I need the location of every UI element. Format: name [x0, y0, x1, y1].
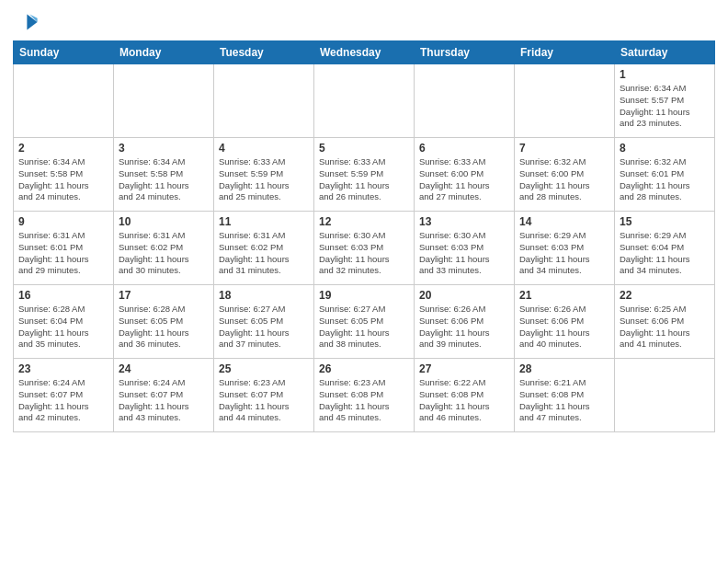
logo	[13, 9, 42, 35]
day-info: Sunrise: 6:24 AM Sunset: 6:07 PM Dayligh…	[18, 377, 108, 424]
calendar-cell	[214, 64, 314, 138]
calendar-table: SundayMondayTuesdayWednesdayThursdayFrid…	[13, 40, 715, 432]
calendar-cell	[515, 64, 615, 138]
calendar-cell: 11Sunrise: 6:31 AM Sunset: 6:02 PM Dayli…	[214, 212, 314, 285]
calendar-cell: 24Sunrise: 6:24 AM Sunset: 6:07 PM Dayli…	[114, 359, 214, 432]
calendar-cell: 19Sunrise: 6:27 AM Sunset: 6:05 PM Dayli…	[314, 285, 415, 359]
day-number: 5	[319, 142, 409, 155]
day-number: 11	[219, 215, 309, 228]
day-info: Sunrise: 6:25 AM Sunset: 6:06 PM Dayligh…	[620, 304, 710, 350]
calendar-cell: 2Sunrise: 6:34 AM Sunset: 5:58 PM Daylig…	[14, 138, 114, 212]
calendar-cell: 13Sunrise: 6:30 AM Sunset: 6:03 PM Dayli…	[415, 212, 515, 285]
day-info: Sunrise: 6:34 AM Sunset: 5:58 PM Dayligh…	[18, 156, 108, 203]
calendar-week-2: 2Sunrise: 6:34 AM Sunset: 5:58 PM Daylig…	[14, 138, 715, 212]
weekday-thursday: Thursday	[415, 41, 515, 64]
day-info: Sunrise: 6:33 AM Sunset: 5:59 PM Dayligh…	[319, 156, 409, 203]
weekday-tuesday: Tuesday	[214, 41, 314, 64]
calendar-cell: 14Sunrise: 6:29 AM Sunset: 6:03 PM Dayli…	[515, 212, 615, 285]
day-info: Sunrise: 6:22 AM Sunset: 6:08 PM Dayligh…	[419, 377, 509, 424]
weekday-sunday: Sunday	[14, 41, 114, 64]
day-number: 10	[119, 215, 209, 228]
day-number: 21	[519, 289, 609, 302]
header	[13, 9, 715, 35]
calendar-cell	[615, 359, 715, 432]
day-info: Sunrise: 6:29 AM Sunset: 6:03 PM Dayligh…	[519, 230, 609, 277]
day-info: Sunrise: 6:32 AM Sunset: 6:01 PM Dayligh…	[620, 156, 710, 203]
calendar-cell: 28Sunrise: 6:21 AM Sunset: 6:08 PM Dayli…	[515, 359, 615, 432]
calendar-cell: 6Sunrise: 6:33 AM Sunset: 6:00 PM Daylig…	[415, 138, 515, 212]
day-number: 3	[119, 142, 209, 155]
calendar-cell: 4Sunrise: 6:33 AM Sunset: 5:59 PM Daylig…	[214, 138, 314, 212]
day-number: 8	[620, 142, 710, 155]
day-number: 27	[419, 362, 509, 375]
day-number: 18	[219, 289, 309, 302]
day-info: Sunrise: 6:24 AM Sunset: 6:07 PM Dayligh…	[119, 377, 209, 424]
day-number: 4	[219, 142, 309, 155]
day-info: Sunrise: 6:27 AM Sunset: 6:05 PM Dayligh…	[219, 304, 309, 350]
day-info: Sunrise: 6:31 AM Sunset: 6:01 PM Dayligh…	[18, 230, 108, 277]
day-number: 19	[319, 289, 409, 302]
day-number: 6	[419, 142, 509, 155]
day-number: 9	[18, 215, 108, 228]
day-number: 1	[620, 68, 710, 81]
day-number: 2	[18, 142, 108, 155]
calendar-cell: 26Sunrise: 6:23 AM Sunset: 6:08 PM Dayli…	[314, 359, 415, 432]
calendar-cell	[114, 64, 214, 138]
day-number: 14	[519, 215, 609, 228]
day-number: 12	[319, 215, 409, 228]
day-number: 26	[319, 362, 409, 375]
day-info: Sunrise: 6:27 AM Sunset: 6:05 PM Dayligh…	[319, 304, 409, 350]
day-number: 15	[620, 215, 710, 228]
calendar-cell: 21Sunrise: 6:26 AM Sunset: 6:06 PM Dayli…	[515, 285, 615, 359]
calendar-cell	[415, 64, 515, 138]
calendar-cell: 17Sunrise: 6:28 AM Sunset: 6:05 PM Dayli…	[114, 285, 214, 359]
day-info: Sunrise: 6:21 AM Sunset: 6:08 PM Dayligh…	[519, 377, 609, 424]
calendar-cell: 9Sunrise: 6:31 AM Sunset: 6:01 PM Daylig…	[14, 212, 114, 285]
calendar-cell: 23Sunrise: 6:24 AM Sunset: 6:07 PM Dayli…	[14, 359, 114, 432]
day-info: Sunrise: 6:31 AM Sunset: 6:02 PM Dayligh…	[219, 230, 309, 277]
calendar-week-3: 9Sunrise: 6:31 AM Sunset: 6:01 PM Daylig…	[14, 212, 715, 285]
day-info: Sunrise: 6:34 AM Sunset: 5:58 PM Dayligh…	[119, 156, 209, 203]
day-info: Sunrise: 6:23 AM Sunset: 6:07 PM Dayligh…	[219, 377, 309, 424]
day-info: Sunrise: 6:26 AM Sunset: 6:06 PM Dayligh…	[419, 304, 509, 350]
logo-icon	[13, 9, 39, 35]
day-info: Sunrise: 6:34 AM Sunset: 5:57 PM Dayligh…	[620, 83, 710, 130]
day-info: Sunrise: 6:32 AM Sunset: 6:00 PM Dayligh…	[519, 156, 609, 203]
page: SundayMondayTuesdayWednesdayThursdayFrid…	[0, 0, 728, 563]
weekday-monday: Monday	[114, 41, 214, 64]
day-info: Sunrise: 6:28 AM Sunset: 6:05 PM Dayligh…	[119, 304, 209, 350]
calendar-cell	[14, 64, 114, 138]
day-info: Sunrise: 6:23 AM Sunset: 6:08 PM Dayligh…	[319, 377, 409, 424]
weekday-header-row: SundayMondayTuesdayWednesdayThursdayFrid…	[14, 41, 715, 64]
calendar-cell	[314, 64, 415, 138]
day-number: 7	[519, 142, 609, 155]
weekday-wednesday: Wednesday	[314, 41, 415, 64]
day-number: 13	[419, 215, 509, 228]
day-info: Sunrise: 6:29 AM Sunset: 6:04 PM Dayligh…	[620, 230, 710, 277]
day-info: Sunrise: 6:28 AM Sunset: 6:04 PM Dayligh…	[18, 304, 108, 350]
calendar-cell: 18Sunrise: 6:27 AM Sunset: 6:05 PM Dayli…	[214, 285, 314, 359]
calendar-cell: 3Sunrise: 6:34 AM Sunset: 5:58 PM Daylig…	[114, 138, 214, 212]
day-info: Sunrise: 6:31 AM Sunset: 6:02 PM Dayligh…	[119, 230, 209, 277]
calendar-week-5: 23Sunrise: 6:24 AM Sunset: 6:07 PM Dayli…	[14, 359, 715, 432]
calendar-cell: 20Sunrise: 6:26 AM Sunset: 6:06 PM Dayli…	[415, 285, 515, 359]
day-number: 25	[219, 362, 309, 375]
day-info: Sunrise: 6:33 AM Sunset: 5:59 PM Dayligh…	[219, 156, 309, 203]
day-number: 22	[620, 289, 710, 302]
day-info: Sunrise: 6:26 AM Sunset: 6:06 PM Dayligh…	[519, 304, 609, 350]
calendar-week-4: 16Sunrise: 6:28 AM Sunset: 6:04 PM Dayli…	[14, 285, 715, 359]
calendar-cell: 1Sunrise: 6:34 AM Sunset: 5:57 PM Daylig…	[615, 64, 715, 138]
day-number: 23	[18, 362, 108, 375]
calendar-week-1: 1Sunrise: 6:34 AM Sunset: 5:57 PM Daylig…	[14, 64, 715, 138]
calendar-cell: 16Sunrise: 6:28 AM Sunset: 6:04 PM Dayli…	[14, 285, 114, 359]
calendar-cell: 27Sunrise: 6:22 AM Sunset: 6:08 PM Dayli…	[415, 359, 515, 432]
calendar-cell: 7Sunrise: 6:32 AM Sunset: 6:00 PM Daylig…	[515, 138, 615, 212]
calendar-cell: 8Sunrise: 6:32 AM Sunset: 6:01 PM Daylig…	[615, 138, 715, 212]
day-number: 20	[419, 289, 509, 302]
weekday-friday: Friday	[515, 41, 615, 64]
day-info: Sunrise: 6:33 AM Sunset: 6:00 PM Dayligh…	[419, 156, 509, 203]
weekday-saturday: Saturday	[615, 41, 715, 64]
day-number: 17	[119, 289, 209, 302]
day-number: 24	[119, 362, 209, 375]
calendar-cell: 22Sunrise: 6:25 AM Sunset: 6:06 PM Dayli…	[615, 285, 715, 359]
